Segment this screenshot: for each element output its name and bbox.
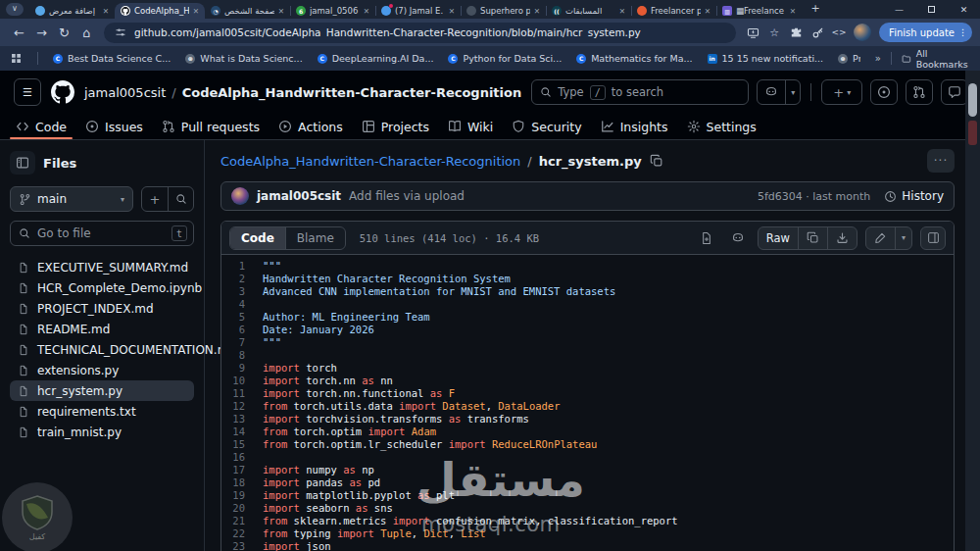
blame-tab[interactable]: Blame: [285, 227, 345, 249]
send-to-device-icon[interactable]: [742, 26, 763, 39]
bookmarks-overflow-chevron[interactable]: »: [875, 53, 881, 64]
browser-tab[interactable]: 6jamal_0506 |✕: [290, 3, 375, 19]
repo-tab-issues[interactable]: Issues: [85, 114, 143, 139]
breadcrumb-repo-link[interactable]: CodeAlpha_Handwritten-Character-Recognit…: [220, 154, 520, 169]
symbols-panel-button[interactable]: [920, 226, 946, 250]
line-number[interactable]: 11: [221, 387, 263, 400]
page-scrollbar[interactable]: [965, 71, 980, 551]
bookmark-star-icon[interactable]: ☆: [763, 26, 785, 39]
bookmark-item[interactable]: CDeepLearning.AI Da...: [318, 53, 434, 64]
browser-tab[interactable]: إضافة معرض✕: [29, 3, 115, 19]
file-tree-item[interactable]: HCR_Complete_Demo.ipynb: [10, 277, 194, 298]
line-number[interactable]: 8: [221, 349, 263, 362]
browser-tab[interactable]: ◔الصفحة الشخص✕: [205, 3, 290, 19]
more-options-button[interactable]: ···: [927, 149, 955, 173]
code-tab[interactable]: Code: [230, 227, 285, 249]
line-number[interactable]: 18: [221, 476, 263, 489]
line-number[interactable]: 9: [221, 362, 263, 375]
copy-path-icon[interactable]: [650, 154, 663, 168]
bookmark-item[interactable]: in15 15 new notificati...: [708, 53, 824, 64]
open-with-button[interactable]: [695, 226, 718, 250]
scrollbar-thumb[interactable]: [968, 83, 977, 117]
hamburger-menu-button[interactable]: ☰: [14, 78, 41, 106]
apps-grid-icon[interactable]: [10, 52, 23, 65]
address-bar[interactable]: github.com/jamal005csit/CodeAlpha_Handwr…: [104, 23, 736, 43]
line-number[interactable]: 19: [221, 489, 263, 502]
file-tree-item[interactable]: hcr_system.py: [10, 380, 194, 401]
minimize-button[interactable]: —: [883, 0, 915, 19]
close-tab-icon[interactable]: ✕: [705, 7, 710, 16]
copilot-file-button[interactable]: [726, 226, 750, 250]
pull-requests-header-button[interactable]: [906, 79, 933, 105]
all-bookmarks-button[interactable]: All Bookmarks: [902, 48, 970, 70]
close-tab-icon[interactable]: ✕: [278, 7, 284, 16]
close-tab-icon[interactable]: ✕: [103, 7, 109, 16]
commit-sha-time[interactable]: 5fd6304 · last month: [758, 190, 870, 203]
line-number[interactable]: 17: [221, 464, 263, 476]
commit-author-avatar[interactable]: [231, 187, 249, 205]
file-tree-item[interactable]: requirements.txt: [10, 401, 194, 422]
browser-profile-avatar[interactable]: [854, 24, 871, 41]
line-number[interactable]: 2: [221, 273, 263, 285]
issues-header-button[interactable]: [870, 79, 898, 105]
bookmark-item[interactable]: CBest Data Science C...: [53, 53, 171, 64]
owner-link[interactable]: jamal005csit: [84, 85, 166, 100]
line-number[interactable]: 22: [221, 527, 263, 540]
line-number[interactable]: 5: [221, 311, 263, 324]
go-to-file-input[interactable]: Go to file t: [10, 221, 194, 246]
add-file-button[interactable]: +: [142, 187, 168, 211]
commit-message[interactable]: Add files via upload: [349, 189, 465, 203]
line-number[interactable]: 3: [221, 285, 263, 298]
copilot-caret[interactable]: ▾: [785, 80, 800, 104]
reload-button[interactable]: ↻: [53, 25, 75, 40]
edit-dropdown-button[interactable]: ▾: [895, 227, 911, 249]
close-tab-icon[interactable]: ✕: [193, 7, 199, 16]
collapse-sidebar-button[interactable]: [10, 151, 35, 175]
copilot-button[interactable]: ▾: [757, 79, 801, 105]
line-number[interactable]: 16: [221, 451, 263, 464]
line-number[interactable]: 6: [221, 324, 263, 336]
devtools-code-icon[interactable]: <>: [828, 27, 850, 37]
close-tab-icon[interactable]: ✕: [534, 7, 540, 16]
repo-tab-security[interactable]: Security: [512, 114, 581, 139]
create-new-button[interactable]: +▾: [821, 79, 862, 105]
close-tab-icon[interactable]: ✕: [364, 7, 369, 16]
new-tab-button[interactable]: +: [808, 1, 823, 17]
line-number[interactable]: 15: [221, 438, 263, 451]
file-tree-item[interactable]: PROJECT_INDEX.md: [10, 298, 194, 319]
close-tab-icon[interactable]: ✕: [619, 7, 625, 16]
back-button[interactable]: ←: [8, 25, 30, 40]
bookmark-item[interactable]: ⊕Probability & Statist...: [838, 53, 860, 64]
file-tree-item[interactable]: train_mnist.py: [10, 422, 194, 442]
line-number[interactable]: 13: [221, 413, 263, 426]
browser-tab[interactable]: ((المسابقات✕: [546, 3, 631, 19]
browser-tab[interactable]: CodeAlpha_H✕: [115, 3, 205, 19]
repo-tab-wiki[interactable]: Wiki: [448, 114, 493, 139]
close-window-button[interactable]: ✕: [948, 0, 980, 19]
bookmark-item[interactable]: CPython for Data Sci...: [448, 53, 562, 64]
browser-tab[interactable]: Superhero po✕: [461, 3, 546, 19]
raw-button[interactable]: Raw: [759, 227, 798, 249]
extensions-puzzle-icon[interactable]: [785, 26, 807, 39]
maximize-button[interactable]: [915, 0, 948, 19]
browser-tab[interactable]: (7) Jamal E. P✕: [375, 3, 461, 19]
close-tab-icon[interactable]: ✕: [449, 7, 455, 16]
forward-button[interactable]: →: [30, 25, 53, 40]
line-number[interactable]: 23: [221, 540, 263, 551]
browser-menu-icon[interactable]: ⋮: [958, 27, 967, 37]
file-tree-item[interactable]: EXECUTIVE_SUMMARY.md: [10, 257, 194, 277]
repo-tab-actions[interactable]: Actions: [278, 114, 343, 139]
finish-update-button[interactable]: Finish update ⋮: [879, 23, 972, 42]
edit-file-button[interactable]: [866, 227, 895, 249]
download-button[interactable]: [827, 227, 857, 249]
browser-tab[interactable]: Freelancer pr✕: [631, 3, 716, 19]
line-number[interactable]: 10: [221, 375, 263, 387]
repo-link[interactable]: CodeAlpha_Handwritten-Character-Recognit…: [182, 85, 522, 100]
repo-tab-projects[interactable]: Projects: [362, 114, 429, 139]
site-info-icon[interactable]: [115, 26, 126, 38]
commit-author[interactable]: jamal005csit: [257, 189, 341, 203]
repo-tab-insights[interactable]: Insights: [601, 114, 668, 139]
copy-file-button[interactable]: [798, 227, 827, 249]
branch-selector[interactable]: main ▾: [10, 186, 133, 212]
repo-tab-settings[interactable]: Settings: [687, 114, 757, 139]
